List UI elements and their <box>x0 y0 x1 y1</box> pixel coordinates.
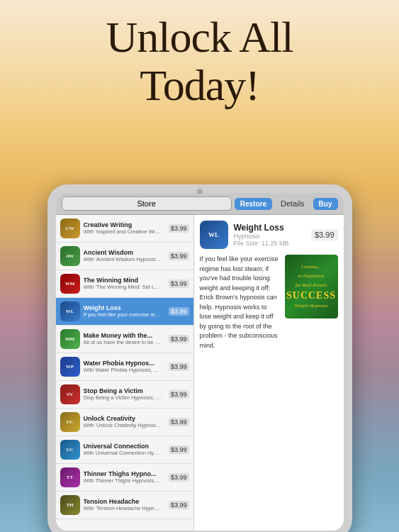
app-header: Store Restore Details Buy <box>56 193 344 215</box>
list-item-stop-victim[interactable]: SV Stop Being a Victim Stop Being a Vict… <box>56 381 193 409</box>
item-desc: All of us have the desire to be secure, … <box>84 339 162 346</box>
success-word: SUCCESS <box>286 290 336 301</box>
store-tab[interactable]: Store <box>62 197 231 210</box>
item-title: Water Phobia Hypnos... <box>84 360 165 367</box>
book-bundle-text: for Real Results <box>294 281 329 290</box>
detail-info: Weight Loss Hypnosis File Size: 11.25 MB <box>234 223 305 247</box>
list-item-thinner-thighs[interactable]: TT Thinner Thighs Hypno... With Thinner … <box>56 464 193 492</box>
item-desc: If you feel like your exercise regime ha… <box>84 311 162 318</box>
list-item-universal-connection[interactable]: UC Universal Connection With Universal C… <box>56 436 193 464</box>
item-desc: With Universal Connection Hypnosis, lear… <box>84 450 162 457</box>
item-title: The Winning Mind <box>84 277 165 284</box>
detail-panel: WL Weight Loss Hypnosis File Size: 11.25… <box>194 215 344 531</box>
item-title: Ancient Wisdom <box>84 249 165 256</box>
item-price: $3.99 <box>169 362 189 371</box>
details-label: Details <box>275 199 310 208</box>
list-item-creative-writing[interactable]: CW Creative Writing With 'Inspired and C… <box>56 215 193 243</box>
book-bottom-text: Weight Hypnosis <box>293 301 330 311</box>
detail-subtitle-line1: Hypnosis <box>234 233 305 240</box>
list-item-winning-mind[interactable]: WM The Winning Mind With 'The Winning Mi… <box>56 270 193 298</box>
detail-price: $3.99 <box>311 229 338 240</box>
item-text: Tension Headache With 'Tension Headache … <box>84 498 165 512</box>
item-title: Unlock Creativity <box>84 415 165 422</box>
header: Unlock All Today! <box>0 0 399 116</box>
item-desc: With 'Unlock Creativity Hypnosis', learn… <box>84 422 162 429</box>
item-icon: AW <box>60 246 80 266</box>
item-title: Tension Headache <box>84 498 165 505</box>
app-content: CW Creative Writing With 'Inspired and C… <box>56 215 344 531</box>
buy-button[interactable]: Buy <box>313 198 338 210</box>
item-price: $3.99 <box>169 252 189 260</box>
item-desc: With 'The Winning Mind: Set the Competit… <box>84 284 162 291</box>
item-text: Creative Writing With 'Inspired and Crea… <box>84 221 165 235</box>
tablet-screen: Store Restore Details Buy CW Creative Wr… <box>56 193 344 531</box>
item-price: $3.99 <box>169 279 189 288</box>
item-icon: WM <box>60 274 80 294</box>
item-icon: WL <box>60 301 80 321</box>
detail-icon: WL <box>200 221 228 249</box>
item-title: Universal Connection <box>84 443 165 450</box>
detail-description: If you feel like your exercise regime ha… <box>200 255 279 350</box>
detail-header: WL Weight Loss Hypnosis File Size: 11.25… <box>200 221 338 249</box>
list-item-tension-headache[interactable]: TH Tension Headache With 'Tension Headac… <box>56 492 193 519</box>
app-list[interactable]: CW Creative Writing With 'Inspired and C… <box>56 215 194 531</box>
item-price: $3.99 <box>169 473 189 482</box>
item-price: $3.99 <box>169 307 189 316</box>
item-text: Make Money with the... All of us have th… <box>84 332 165 346</box>
item-text: Ancient Wisdom With 'Ancient Wisdom Hypn… <box>84 249 165 263</box>
page-title: Unlock All Today! <box>0 13 399 109</box>
item-desc: With Thinner Thighs Hypnosis, get legs t… <box>84 477 162 484</box>
segment-control[interactable]: Store <box>62 196 232 211</box>
item-text: The Winning Mind With 'The Winning Mind:… <box>84 277 165 291</box>
item-icon: TT <box>60 467 80 487</box>
item-text: Unlock Creativity With 'Unlock Creativit… <box>84 415 165 429</box>
restore-button[interactable]: Restore <box>235 198 272 210</box>
book-top-text: Leading... <box>300 262 322 272</box>
item-text: Weight Loss If you feel like your exerci… <box>84 304 165 318</box>
item-icon: WP <box>60 357 80 377</box>
tablet-camera <box>197 189 203 194</box>
item-icon: TH <box>60 495 80 515</box>
item-text: Water Phobia Hypnos... With Water Phobia… <box>84 360 165 374</box>
item-icon: MM <box>60 329 80 349</box>
book-subtitle-text: to Happiness <box>297 272 326 281</box>
list-item-unlock-creativity[interactable]: UC Unlock Creativity With 'Unlock Creati… <box>56 409 193 436</box>
success-book-cover: Leading... to Happiness for Real Results… <box>285 255 338 318</box>
detail-subtitle-line2: File Size: 11.25 MB <box>234 240 305 247</box>
item-price: $3.99 <box>169 445 189 454</box>
list-item-water-phobia[interactable]: WP Water Phobia Hypnos... With Water Pho… <box>56 353 193 381</box>
detail-body: If you feel like your exercise regime ha… <box>200 255 338 350</box>
item-title: Creative Writing <box>84 221 165 228</box>
item-title: Weight Loss <box>84 304 165 311</box>
item-text: Universal Connection With Universal Conn… <box>84 443 165 457</box>
item-title: Stop Being a Victim <box>84 387 165 394</box>
item-text: Stop Being a Victim Stop Being a Victim … <box>84 387 165 401</box>
item-desc: With Water Phobia Hypnosis, overcome you… <box>84 367 162 374</box>
item-title: Make Money with the... <box>84 332 165 339</box>
item-price: $3.99 <box>169 390 189 399</box>
item-text: Thinner Thighs Hypno... With Thinner Thi… <box>84 470 165 484</box>
item-icon: UC <box>60 440 80 460</box>
list-item-make-money[interactable]: MM Make Money with the... All of us have… <box>56 326 193 353</box>
item-title: Thinner Thighs Hypno... <box>84 470 165 477</box>
item-desc: Stop Being a Victim Hypnosis, take contr… <box>84 394 162 401</box>
item-icon: SV <box>60 384 80 404</box>
item-price: $3.99 <box>169 224 189 233</box>
list-item-weight-loss[interactable]: WL Weight Loss If you feel like your exe… <box>56 298 193 326</box>
item-desc: With 'Ancient Wisdom Hypnosis', tap into… <box>84 256 162 263</box>
list-item-ancient-wisdom[interactable]: AW Ancient Wisdom With 'Ancient Wisdom H… <box>56 243 193 270</box>
item-price: $3.99 <box>169 501 189 509</box>
item-price: $3.99 <box>169 335 189 343</box>
item-icon: UC <box>60 412 80 432</box>
item-desc: With 'Tension Headache Hypnosis', deep r… <box>84 505 162 512</box>
item-desc: With 'Inspired and Creative Writing Hypn… <box>84 228 162 235</box>
tablet-device: Store Restore Details Buy CW Creative Wr… <box>47 184 352 532</box>
detail-image: Leading... to Happiness for Real Results… <box>285 255 338 318</box>
detail-title: Weight Loss <box>234 223 305 233</box>
item-price: $3.99 <box>169 418 189 426</box>
item-icon: CW <box>60 218 80 238</box>
